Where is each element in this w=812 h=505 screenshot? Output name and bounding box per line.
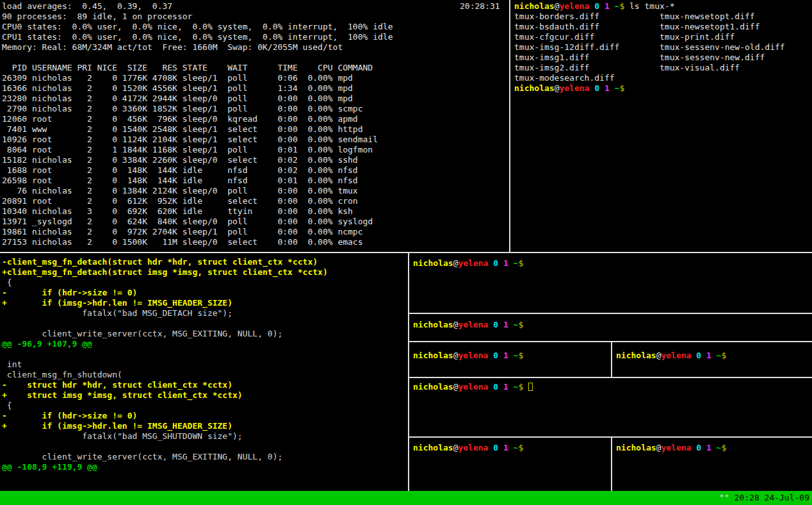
terminal-cursor (528, 383, 533, 391)
prompt-jobnum: 1 (498, 258, 508, 268)
shell-pane-f[interactable]: nicholas@yelena 0 1 ~$ (409, 438, 611, 491)
diff-hunk-header: @@ -108,9 +119,9 @@ (2, 462, 328, 472)
tmux-screen: load averages: 0.45, 0.39, 0.37 90 proce… (0, 0, 812, 505)
prompt-user: nicholas (616, 351, 656, 360)
diff-hunk-header: @@ -96,9 +107,9 @@ (2, 339, 328, 349)
diff-context-line: client_write_server(cctx, MSG_EXITING, N… (2, 329, 328, 339)
prompt-histnum: 0 (488, 320, 498, 329)
pane-border-bottom-vertical (408, 253, 409, 491)
status-clock-date: 20:28 24-Jul-09 (735, 493, 809, 502)
prompt-path: ~ (508, 443, 519, 452)
process-table-rows: 26309 nicholas 2 0 1776K 4708K sleep/1 p… (2, 73, 378, 247)
prompt-jobnum: 1 (701, 351, 711, 360)
prompt-path: ~ (508, 382, 519, 392)
prompt-user: nicholas (514, 83, 555, 93)
top-summary: load averages: 0.45, 0.39, 0.37 90 proce… (2, 1, 393, 53)
prompt-jobnum: 1 (498, 320, 508, 329)
prompt-dollar: $ (619, 83, 624, 93)
prompt-user: nicholas (413, 443, 453, 452)
diff-context-line: int (2, 360, 328, 370)
prompt-histnum: 0 (488, 382, 498, 392)
shell-prompt: nicholas@yelena 0 1 ~$ (413, 351, 523, 360)
prompt-histnum: 0 (488, 443, 498, 452)
prompt-host: yelena (458, 258, 488, 268)
diff-added-line: + struct imsg *imsg, struct client_ctx *… (2, 390, 328, 401)
shell-pane-c[interactable]: nicholas@yelena 0 1 ~$ (409, 342, 611, 377)
shell-prompt: nicholas@yelena 0 1 ~$ (514, 1, 624, 11)
prompt-path: ~ (508, 320, 519, 329)
prompt-dollar: $ (518, 320, 523, 329)
prompt-jobnum: 1 (599, 1, 610, 11)
prompt-dollar: $ (518, 351, 523, 360)
prompt-host: yelena (661, 443, 691, 452)
shell-prompt: nicholas@yelena 0 1 ~$ (413, 443, 523, 452)
prompt-dollar: $ (518, 258, 523, 268)
prompt-path: ~ (508, 351, 519, 360)
prompt-host: yelena (661, 351, 691, 360)
shell-prompt: nicholas@yelena 0 1 ~$ (413, 320, 523, 329)
shell-prompt: nicholas@yelena 0 1 ~$ (413, 382, 523, 392)
prompt-user: nicholas (413, 351, 453, 360)
prompt-jobnum: 1 (701, 443, 711, 452)
tmux-status-bar: [0] 0:irssi# 1:todo 2:ncmpc- 3:mutt 4:ss… (0, 491, 812, 505)
diff-added-line: + if (imsg->hdr.len != IMSG_HEADER_SIZE) (2, 421, 328, 431)
diff-removed-line: - struct hdr *hdr, struct client_ctx *cc… (2, 380, 328, 390)
pane-border-right-h1 (409, 313, 812, 314)
pane-border-top-vertical (509, 0, 510, 252)
shell-pane-d[interactable]: nicholas@yelena 0 1 ~$ (612, 342, 812, 377)
shell-prompt: nicholas@yelena 0 1 ~$ (616, 443, 726, 452)
prompt-path: ~ (610, 83, 620, 93)
prompt-host: yelena (458, 382, 488, 392)
prompt-user: nicholas (413, 382, 453, 392)
prompt-histnum: 0 (589, 83, 599, 93)
prompt-path: ~ (610, 1, 620, 11)
prompt-histnum: 0 (691, 351, 701, 360)
emacs-diff-pane[interactable]: -client_msg_fn_detach(struct hdr *hdr, s… (0, 253, 408, 491)
prompt-host: yelena (559, 83, 589, 93)
prompt-host: yelena (458, 351, 488, 360)
diff-context-line: fatalx("bad MSG_DETACH size"); (2, 308, 328, 319)
status-right: "" 20:28 24-Jul-09 (719, 491, 809, 505)
prompt-jobnum: 1 (498, 351, 508, 360)
top-process-monitor-pane[interactable]: load averages: 0.45, 0.39, 0.37 90 proce… (0, 0, 509, 252)
shell-prompt: nicholas@yelena 0 1 ~$ (514, 83, 624, 93)
diff-added-line: +client_msg_fn_detach(struct imsg *imsg,… (2, 267, 328, 277)
prompt-jobnum: 1 (498, 443, 508, 452)
pane-border-cd-vertical (611, 342, 612, 377)
prompt-dollar: $ (721, 443, 726, 452)
pane-border-right-h3 (409, 377, 812, 378)
diff-context-line: fatalx("bad MSG_SHUTDOWN size"); (2, 431, 328, 442)
shell-pane-a[interactable]: nicholas@yelena 0 1 ~$ (409, 253, 812, 313)
emacs-buffer: -client_msg_fn_detach(struct hdr *hdr, s… (2, 257, 328, 472)
shell-prompt: nicholas@yelena 0 1 ~$ (413, 258, 523, 268)
prompt-host: yelena (458, 320, 488, 329)
shell-prompt: nicholas@yelena 0 1 ~$ (616, 351, 726, 360)
diff-context-line: client_msg_fn_shutdown( (2, 370, 328, 380)
prompt-histnum: 0 (488, 351, 498, 360)
diff-removed-line: - if (hdr->size != 0) (2, 411, 328, 421)
prompt-path: ~ (711, 351, 722, 360)
pane-border-fg-vertical (611, 438, 612, 491)
prompt-histnum: 0 (691, 443, 701, 452)
prompt-user: nicholas (514, 1, 555, 11)
typed-command: ls tmux-* (624, 1, 674, 11)
status-pane-title: "" (719, 493, 734, 502)
prompt-jobnum: 1 (498, 382, 508, 392)
diff-context-line: client_write_server(cctx, MSG_EXITING, N… (2, 452, 328, 462)
shell-pane-ls[interactable]: nicholas@yelena 0 1 ~$ ls tmux-* tmux-bo… (511, 0, 812, 252)
diff-removed-line: -client_msg_fn_detach(struct hdr *hdr, s… (2, 257, 328, 267)
shell-pane-e[interactable]: nicholas@yelena 0 1 ~$ (409, 378, 812, 436)
diff-blank-line (2, 349, 328, 360)
prompt-host: yelena (559, 1, 589, 11)
prompt-histnum: 0 (589, 1, 599, 11)
prompt-dollar: $ (518, 443, 523, 452)
shell-prompt-line: nicholas@yelena 0 1 ~$ (514, 83, 624, 94)
process-table-header: PID USERNAME PRI NICE SIZE RES STATE WAI… (2, 63, 373, 73)
diff-blank-line (2, 319, 328, 329)
prompt-host: yelena (458, 443, 488, 452)
shell-pane-b[interactable]: nicholas@yelena 0 1 ~$ (409, 314, 812, 341)
shell-pane-g[interactable]: nicholas@yelena 0 1 ~$ (612, 438, 812, 491)
prompt-jobnum: 1 (599, 83, 610, 93)
prompt-dollar: $ (721, 351, 726, 360)
prompt-path: ~ (711, 443, 722, 452)
